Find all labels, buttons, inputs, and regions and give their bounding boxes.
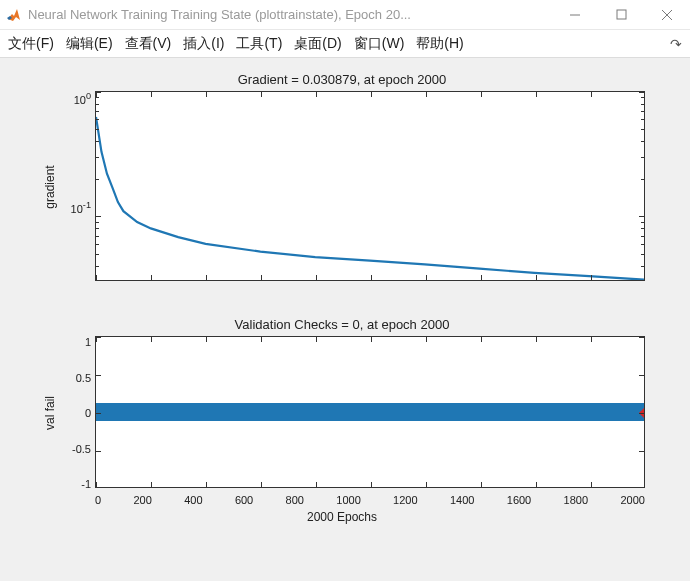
ytick-label: 0: [85, 407, 91, 419]
menu-view[interactable]: 查看(V): [125, 35, 172, 53]
menubar: 文件(F) 编辑(E) 查看(V) 插入(I) 工具(T) 桌面(D) 窗口(W…: [0, 30, 690, 58]
xtick-label: 600: [235, 494, 253, 506]
xtick-label: 800: [286, 494, 304, 506]
xtick-label: 400: [184, 494, 202, 506]
window-title: Neural Network Training Training State (…: [28, 7, 411, 22]
menu-tools[interactable]: 工具(T): [236, 35, 282, 53]
minimize-button[interactable]: [552, 0, 598, 30]
toolbar-overflow-icon[interactable]: ↷: [670, 36, 682, 52]
menu-window[interactable]: 窗口(W): [354, 35, 405, 53]
titlebar: Neural Network Training Training State (…: [0, 0, 690, 30]
axes-valfail[interactable]: [95, 336, 645, 488]
xtick-label: 1600: [507, 494, 531, 506]
ylabel-valfail-box: val fail: [39, 336, 61, 490]
menu-edit[interactable]: 编辑(E): [66, 35, 113, 53]
xtick-label: 1200: [393, 494, 417, 506]
menu-desktop[interactable]: 桌面(D): [294, 35, 341, 53]
xticks-valfail: 0200400600800100012001400160018002000: [95, 490, 645, 506]
xtick-label: 1400: [450, 494, 474, 506]
xtick-label: 0: [95, 494, 101, 506]
xtick-label: 200: [133, 494, 151, 506]
yticks-gradient: 100 10-1: [61, 91, 95, 283]
matlab-app-icon: [6, 7, 22, 23]
subplot-valfail-title: Validation Checks = 0, at epoch 2000: [235, 317, 450, 332]
yticks-valfail: 10.50-0.5-1: [61, 336, 95, 490]
menu-insert[interactable]: 插入(I): [183, 35, 224, 53]
axes-gradient[interactable]: [95, 91, 645, 281]
xlabel: 2000 Epochs: [307, 510, 377, 524]
subplot-gradient: Gradient = 0.030879, at epoch 2000 gradi…: [8, 66, 676, 283]
subplot-valfail: Validation Checks = 0, at epoch 2000 val…: [8, 311, 676, 524]
ytick-label: 1: [85, 336, 91, 348]
subplot-gradient-title: Gradient = 0.030879, at epoch 2000: [238, 72, 447, 87]
maximize-button[interactable]: [598, 0, 644, 30]
ylabel-gradient-box: gradient: [39, 91, 61, 283]
figure-area: Gradient = 0.030879, at epoch 2000 gradi…: [0, 58, 690, 581]
valfail-zero-band: [96, 403, 644, 421]
svg-rect-1: [617, 10, 626, 19]
xtick-label: 1000: [336, 494, 360, 506]
gradient-line: [96, 92, 644, 281]
ytick-label: -0.5: [72, 443, 91, 455]
menu-file[interactable]: 文件(F): [8, 35, 54, 53]
ytick-label: 0.5: [76, 372, 91, 384]
ytick-label: -1: [81, 478, 91, 490]
ylabel-gradient: gradient: [43, 165, 57, 208]
menu-help[interactable]: 帮助(H): [416, 35, 463, 53]
ytick-label: 10-1: [71, 200, 91, 215]
ytick-label: 100: [74, 91, 91, 106]
xtick-label: 2000: [620, 494, 644, 506]
ylabel-valfail: val fail: [43, 396, 57, 430]
close-button[interactable]: [644, 0, 690, 30]
xtick-label: 1800: [564, 494, 588, 506]
